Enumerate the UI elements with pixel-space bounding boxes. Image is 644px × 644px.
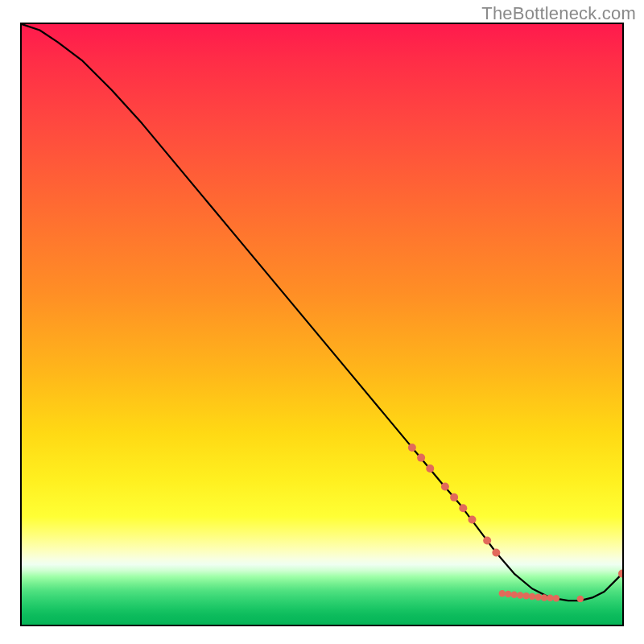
curve-marker	[517, 592, 523, 598]
curve-marker	[577, 596, 584, 602]
curve-marker	[426, 464, 434, 473]
curve-marker	[441, 482, 449, 490]
curve-marker	[511, 592, 518, 598]
curve-marker	[417, 454, 425, 462]
curve-marker	[459, 504, 467, 512]
curve-marker	[553, 595, 559, 601]
curve-marker	[492, 548, 500, 556]
curve-marker	[499, 590, 506, 597]
chart-canvas: TheBottleneck.com	[0, 0, 644, 644]
curve-marker	[541, 594, 547, 601]
bottleneck-curve	[22, 24, 622, 601]
curve-marker	[522, 592, 529, 599]
curve-marker	[547, 595, 553, 601]
curve-marker	[483, 537, 491, 545]
curve-marker	[408, 444, 416, 452]
attribution-label: TheBottleneck.com	[481, 3, 636, 24]
curve-marker	[450, 493, 458, 502]
curve-marker	[535, 593, 541, 600]
curve-markers	[408, 444, 622, 602]
chart-overlay	[22, 24, 622, 625]
curve-marker	[505, 591, 511, 597]
curve-marker	[469, 515, 477, 523]
plot-frame	[20, 23, 624, 626]
curve-marker	[529, 593, 535, 600]
